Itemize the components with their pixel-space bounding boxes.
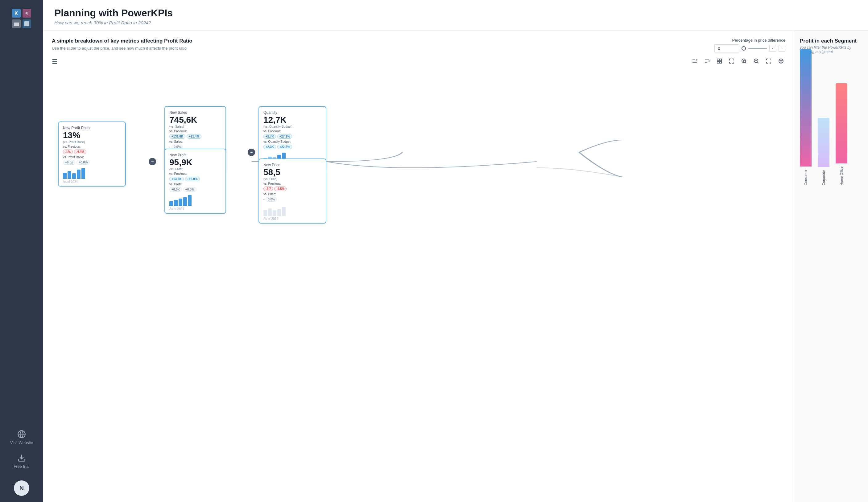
bar [72,173,76,179]
segment-col-consumer[interactable]: Consumer [800,49,812,185]
kpi-card-profit-ratio[interactable]: New Profit Ratio 13% (vs. Profit Ratio) … [58,122,126,187]
quantity-badges: +2,7K +27.1% [264,134,321,139]
bar [169,201,173,206]
avatar[interactable]: N [14,480,29,496]
new-sales-badges: +131,6K +21.4% [169,134,221,139]
fullscreen-icon[interactable] [764,57,773,65]
quantity-sub: (vs. Quantity Budget) [264,125,321,128]
badge-profit-ratio-2: -4.4% [74,149,86,154]
svg-point-30 [782,60,782,61]
svg-point-31 [781,62,781,62]
new-price-sub: (vs. Price) [264,177,321,181]
badge-new-sales-2: +21.4% [187,134,202,139]
header: Planning with PowerKPIs How can we reach… [43,0,868,31]
palette-icon[interactable] [777,57,785,65]
new-price-date: As of 2024 [264,217,321,220]
sidebar-item-free-trial[interactable]: Free trial [13,453,29,469]
panel-subtitle: Use the slider to adjust the price, and … [52,46,193,51]
panel-title: A simple breakdown of key metrics affect… [52,38,193,44]
sidebar-item-visit-website[interactable]: Visit Website [10,430,33,445]
chart-toolbar [690,57,785,65]
segment-bar-home-office [836,83,847,164]
new-profit-bars [169,194,221,206]
segment-col-home-office[interactable]: Home Office [836,83,847,185]
svg-rect-20 [720,61,722,63]
main-content: Planning with PowerKPIs How can we reach… [43,0,868,502]
svg-line-26 [757,62,758,63]
badge-new-profit-1: +13,3K [169,177,184,181]
badge-quantity-2: +27.1% [277,134,292,139]
page-subtitle: How can we reach 30% in Profit Ratio in … [54,20,857,25]
slider-next-button[interactable]: › [778,45,785,52]
new-price-title: New Price [264,163,321,167]
bar [81,168,85,179]
bar [183,197,187,206]
badge-new-sales-1: +131,6K [169,134,185,139]
price-label: Percentage in price difference [714,38,785,43]
grid-icon[interactable] [715,57,724,65]
bar [268,208,272,216]
new-profit-sub: (vs. Profit) [169,167,221,171]
segment-label-home-office: Home Office [840,167,843,185]
new-price-badges2: - 0.0% [264,197,321,202]
dot-connector-2[interactable]: − [248,149,255,156]
quantity-title: Quantity [264,111,321,115]
segment-col-corporate[interactable]: Corporate [818,118,829,185]
new-sales-sub: (vs. Sales) [169,125,221,128]
segment-chart: Consumer Corporate Home Office [800,59,862,195]
slider-prev-button[interactable]: ‹ [769,45,776,52]
badge-quantity-1: +2,7K [264,134,276,139]
hamburger-icon[interactable]: ☰ [52,58,58,65]
profit-ratio-value: 13% [63,131,121,140]
bar [188,195,192,206]
new-profit-badges: +13,3K +16.0% [169,177,221,181]
new-price-badges: -2,7 -4.5% [264,187,321,191]
quantity-value: 12,7K [264,115,321,125]
kpi-card-new-price[interactable]: New Price 58,5 (vs. Price) vs. Previous:… [258,158,326,223]
bar [68,171,71,179]
badge-quantity-4: +22.5% [277,145,292,149]
svg-point-29 [780,60,781,61]
profit-ratio-vs2: vs. Profit Ratio: [63,155,121,159]
badge-profit-ratio-4: +0.0% [76,160,90,165]
dot-connector-1[interactable]: − [149,158,156,165]
zoom-in-icon[interactable] [740,57,748,65]
new-sales-vs-label: vs. Previous: [169,129,221,133]
new-profit-date: As of 2024 [169,207,221,211]
new-sales-title: New Sales [169,111,221,115]
sidebar: K PI Visit Website Free trial N [0,0,43,502]
new-price-vs-label: vs. Previous: [264,182,321,185]
profit-ratio-bars [63,167,121,179]
sidebar-logo: K PI [9,6,34,31]
new-sales-dash: - [169,145,170,149]
badge-quantity-3: +2,3K [264,145,276,149]
avatar-letter: N [19,485,24,492]
quantity-vs2: vs. Quantity Budget: [264,140,321,143]
badge-new-price-3: 0.0% [266,197,277,202]
zoom-out-icon[interactable] [752,57,761,65]
svg-rect-17 [717,59,719,61]
svg-rect-6 [14,22,19,26]
price-input[interactable] [714,44,739,52]
new-profit-value: 95,9K [169,158,221,167]
svg-rect-18 [720,59,722,61]
kpi-card-new-profit[interactable]: New Profit 95,9K (vs. Profit) vs. Previo… [164,149,226,214]
svg-line-22 [745,62,746,63]
expand-icon[interactable] [727,57,736,65]
bar [77,170,81,179]
new-sales-value: 745,6K [169,115,221,125]
new-profit-badges2: +0,0K +0.0% [169,187,221,192]
profit-ratio-vs-label: vs. Previous: [63,145,121,148]
badge-new-profit-4: +0.0% [183,187,196,192]
sort-asc-icon[interactable] [690,57,699,65]
segment-bar-corporate [818,118,829,167]
new-profit-vs-label: vs. Previous: [169,172,221,176]
sort-desc-icon[interactable] [703,57,711,65]
badge-new-profit-3: +0,0K [169,187,182,192]
new-price-value: 58,5 [264,168,321,177]
page-title: Planning with PowerKPIs [54,7,857,19]
left-panel: A simple breakdown of key metrics affect… [43,31,794,502]
quantity-badges2: +2,3K +22.5% [264,145,321,149]
bar [282,207,286,216]
badge-new-price-1: -2,7 [264,187,273,191]
